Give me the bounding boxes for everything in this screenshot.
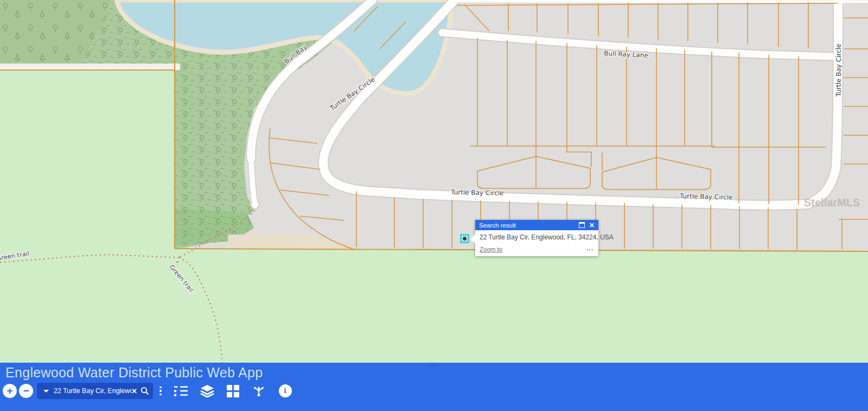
clear-search-icon[interactable]: ✕ — [131, 388, 137, 395]
search-result-popup: Search result ✕ 22 Turtle Bay Cir, Engle… — [475, 220, 598, 256]
close-icon[interactable]: ✕ — [589, 222, 595, 229]
search-result-marker[interactable] — [460, 234, 469, 243]
popup-address: 22 Turtle Bay Cir, Englewood, FL, 34224,… — [475, 230, 598, 244]
zoom-out-button[interactable]: − — [19, 384, 33, 398]
search-input[interactable] — [54, 387, 131, 395]
share-icon[interactable] — [252, 384, 266, 397]
search-box[interactable]: ✕ — [37, 383, 153, 399]
search-source-dropdown-icon[interactable] — [43, 390, 49, 393]
app-title: Englewood Water District Public Web App — [5, 365, 263, 381]
info-icon[interactable]: i — [279, 384, 292, 397]
zoom-to-link[interactable]: Zoom to — [480, 246, 502, 252]
zoom-in-button[interactable]: + — [3, 384, 17, 398]
app-window: Bull Bay Turtle Bay Circle Turtle Bay Ci… — [0, 0, 868, 411]
basemap-gallery-icon[interactable] — [227, 385, 239, 397]
search-icon[interactable] — [141, 387, 149, 395]
app-bottom-bar: ••• Englewood Water District Public Web … — [0, 363, 868, 411]
popup-more-icon[interactable]: ••• — [587, 248, 594, 251]
road-label-turtle-bay-circle: Turtle Bay Circle — [450, 188, 504, 197]
map-canvas[interactable]: Bull Bay Turtle Bay Circle Turtle Bay Ci… — [0, 0, 868, 363]
dirt-road — [0, 64, 180, 70]
road-label-turtle-bay-circle: Turtle Bay Circle — [835, 44, 843, 97]
stellar-mls-watermark: StellarMLS — [804, 197, 860, 208]
more-tools-icon[interactable] — [159, 385, 162, 396]
layers-icon[interactable] — [200, 384, 214, 397]
legend-icon[interactable] — [174, 385, 188, 397]
marker-dot-icon — [463, 237, 467, 241]
popup-footer: Zoom to ••• — [475, 244, 598, 256]
popup-pointer — [470, 234, 475, 244]
toolbar: + − ✕ — [3, 383, 292, 399]
road-label-turtle-bay-circle: Turtle Bay Circle — [679, 192, 733, 201]
maximize-icon[interactable] — [579, 222, 585, 228]
popup-header: Search result ✕ — [475, 220, 598, 230]
popup-title: Search result — [479, 222, 579, 229]
